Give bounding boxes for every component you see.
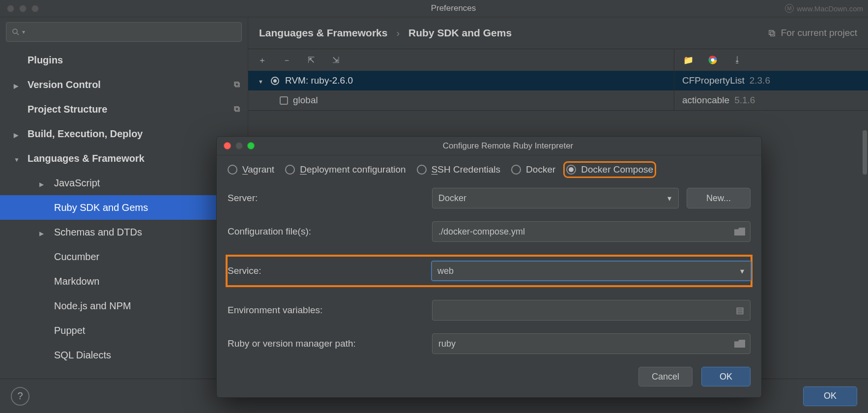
radio-vagrant[interactable]: Vagrant: [228, 164, 274, 175]
radio-label: Docker Compose: [581, 164, 653, 175]
gemset-checkbox[interactable]: [280, 96, 288, 105]
ruby-path-field[interactable]: ruby: [432, 333, 751, 354]
scope-text: For current project: [781, 28, 857, 38]
sidebar-item-markdown[interactable]: Markdown: [0, 269, 248, 294]
sdk-radio[interactable]: [271, 77, 279, 85]
chrome-icon[interactable]: [708, 55, 718, 65]
config-file-field[interactable]: ./docker-compose.yml: [432, 221, 751, 242]
sdk-name: RVM: ruby-2.6.0: [285, 75, 353, 86]
ruby-path-label: Ruby or version manager path:: [228, 338, 424, 349]
sidebar-item-cucumber[interactable]: Cucumber: [0, 244, 248, 269]
service-dropdown[interactable]: web: [431, 261, 752, 281]
radio-deployment[interactable]: Deployment configuration: [285, 164, 405, 175]
sidebar-item-project-structure[interactable]: Project Structure⧉: [0, 97, 248, 121]
watermark: M www.MacDown.com: [785, 4, 863, 13]
sidebar-item-label: Markdown: [54, 276, 99, 287]
sidebar-item-nodejs-npm[interactable]: Node.js and NPM: [0, 294, 248, 318]
remove-icon[interactable]: －: [282, 55, 291, 66]
preferences-title: Preferences: [39, 3, 868, 13]
chevron-right-icon: ›: [396, 28, 400, 39]
help-button[interactable]: ?: [11, 387, 29, 406]
download-icon[interactable]: ⭳: [732, 55, 742, 65]
server-value: Docker: [438, 193, 466, 204]
sidebar-item-schemas-dtds[interactable]: Schemas and DTDs: [0, 220, 248, 244]
close-icon[interactable]: [7, 5, 14, 12]
radio-label: Docker: [526, 164, 555, 175]
sidebar-item-label: Plugins: [28, 55, 63, 66]
breadcrumb-parent[interactable]: Languages & Frameworks: [259, 27, 387, 39]
sdk-list-panel: ＋ － ⇱ ⇲ RVM: ruby-2.6.0 global: [248, 49, 674, 110]
service-value: web: [437, 266, 454, 276]
sdk-toolbar: ＋ － ⇱ ⇲: [248, 49, 674, 71]
sidebar-item-label: Cucumber: [54, 251, 99, 263]
dialog-traffic-lights[interactable]: [217, 142, 255, 149]
zoom-icon[interactable]: [31, 5, 39, 12]
sidebar-item-puppet[interactable]: Puppet: [0, 318, 248, 343]
scope-label: For current project: [768, 28, 857, 38]
close-icon[interactable]: [224, 142, 231, 149]
radio-ssh[interactable]: SSH Credentials: [417, 164, 500, 175]
ruby-sdk-panel: ＋ － ⇱ ⇲ RVM: ruby-2.6.0 global: [248, 49, 868, 111]
dialog-title: Configure Remote Ruby Interpreter: [255, 141, 761, 151]
expand-all-icon[interactable]: ⇱: [306, 55, 316, 65]
server-label: Server:: [228, 193, 424, 204]
gem-version: 5.1.6: [734, 95, 755, 106]
sidebar-item-sql-dialects[interactable]: SQL Dialects: [0, 343, 248, 367]
connection-type-row: Vagrant Deployment configuration SSH Cre…: [228, 164, 751, 175]
sidebar-item-label: Version Control: [28, 79, 101, 90]
sidebar-item-plugins[interactable]: Plugins: [0, 48, 248, 72]
gemset-name: global: [293, 95, 318, 106]
ok-button[interactable]: OK: [803, 386, 857, 406]
project-scope-icon: ⧉: [234, 80, 240, 89]
dialog-titlebar: Configure Remote Ruby Interpreter: [217, 137, 761, 155]
add-icon[interactable]: ＋: [257, 55, 267, 66]
minimize-icon: [235, 142, 243, 149]
settings-tree[interactable]: Plugins Version Control⧉ Project Structu…: [0, 46, 248, 379]
minimize-icon[interactable]: [19, 5, 27, 12]
gem-name: actioncable: [682, 95, 729, 106]
window-traffic-lights[interactable]: [0, 5, 39, 12]
radio-docker-compose[interactable]: Docker Compose: [566, 164, 653, 175]
search-input[interactable]: ▾: [6, 22, 242, 42]
svg-line-1: [17, 33, 19, 35]
cancel-button[interactable]: Cancel: [638, 367, 693, 386]
sidebar-item-languages-frameworks[interactable]: Languages & Framework: [0, 146, 248, 171]
radio-label: Deployment configuration: [300, 164, 405, 175]
dialog-footer: Cancel OK: [217, 354, 761, 397]
new-server-button[interactable]: New...: [687, 188, 751, 208]
sidebar-item-version-control[interactable]: Version Control⧉: [0, 72, 248, 97]
sdk-row[interactable]: RVM: ruby-2.6.0: [248, 71, 674, 90]
server-dropdown[interactable]: Docker: [432, 188, 679, 208]
ok-label: OK: [720, 372, 732, 382]
folder-icon[interactable]: 📁: [683, 55, 693, 65]
radio-docker[interactable]: Docker: [511, 164, 555, 175]
sidebar-item-label: Languages & Framework: [28, 153, 145, 164]
sdk-gemset-row[interactable]: global: [248, 90, 674, 110]
zoom-icon[interactable]: [247, 142, 255, 149]
gem-row[interactable]: CFPropertyList2.3.6: [674, 71, 868, 90]
gem-row[interactable]: actioncable5.1.6: [674, 90, 868, 110]
preferences-sidebar: ▾ Plugins Version Control⧉ Project Struc…: [0, 17, 248, 379]
sidebar-item-label: Node.js and NPM: [54, 300, 131, 312]
env-vars-field[interactable]: [432, 300, 751, 321]
chevron-down-icon[interactable]: [258, 75, 265, 86]
page-title: Ruby SDK and Gems: [408, 27, 512, 39]
sidebar-item-ruby-sdk[interactable]: Ruby SDK and Gems: [0, 195, 248, 220]
collapse-all-icon[interactable]: ⇲: [331, 55, 341, 65]
config-file-label: Configuration file(s):: [228, 226, 424, 237]
radio-label: SSH Credentials: [432, 164, 500, 175]
gem-version: 2.3.6: [750, 75, 770, 86]
scrollbar[interactable]: [863, 130, 867, 175]
svg-point-0: [13, 29, 17, 33]
ok-button[interactable]: OK: [701, 367, 751, 386]
sidebar-item-build-execution[interactable]: Build, Execution, Deploy: [0, 121, 248, 146]
preferences-titlebar: Preferences M www.MacDown.com: [0, 0, 868, 17]
sdk-list[interactable]: RVM: ruby-2.6.0 global: [248, 71, 674, 110]
sidebar-item-javascript[interactable]: JavaScript: [0, 171, 248, 195]
sidebar-item-label: JavaScript: [54, 177, 100, 189]
gem-name: CFPropertyList: [682, 75, 745, 86]
gems-toolbar: 📁 ⭳: [674, 49, 868, 71]
ruby-path-value: ruby: [438, 339, 456, 349]
svg-rect-2: [769, 30, 774, 34]
env-vars-label: Environment variables:: [228, 305, 424, 316]
